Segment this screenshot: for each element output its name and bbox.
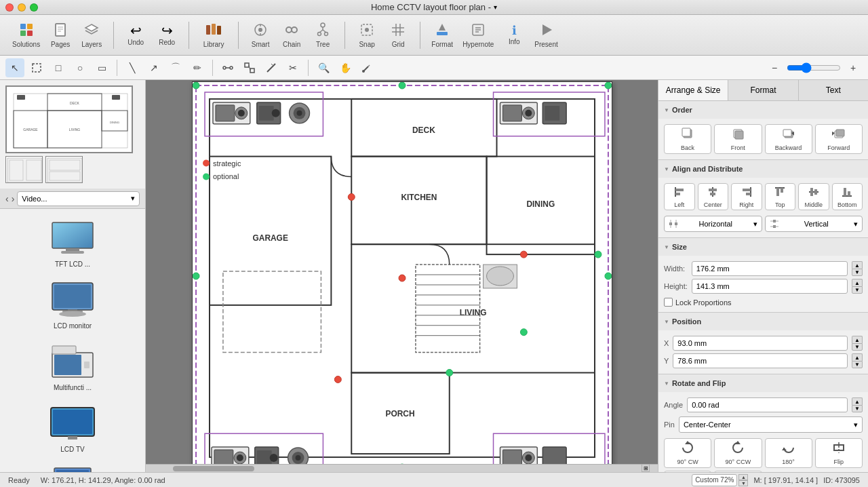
y-input[interactable] <box>673 353 848 368</box>
nav-prev[interactable]: ‹ <box>5 193 9 204</box>
height-down[interactable]: ▼ <box>852 286 863 294</box>
magic-tool[interactable] <box>262 58 281 77</box>
align-middle-button[interactable]: Middle <box>798 183 829 210</box>
rotate-90ccw-button[interactable]: 90° CCW <box>714 438 762 468</box>
zoom-step-down[interactable]: ▼ <box>738 480 748 486</box>
close-button[interactable] <box>5 3 14 12</box>
align-header[interactable]: ▼ Align and Distribute <box>658 160 868 178</box>
flip-button[interactable]: Flip <box>815 438 863 468</box>
align-left-button[interactable]: Left <box>664 183 695 210</box>
align-bottom-button[interactable]: Bottom <box>832 183 863 210</box>
floor-plan-container[interactable]: DECK GARAGE KITCHEN DINING LIVING <box>192 81 612 471</box>
x-input[interactable] <box>673 336 848 351</box>
backward-button[interactable]: Backward <box>765 124 812 154</box>
front-button[interactable]: Front <box>714 124 762 154</box>
rect-tool[interactable]: □ <box>49 58 68 77</box>
x-up[interactable]: ▲ <box>852 336 863 343</box>
zoom-control[interactable]: Custom 72% ▲ ▼ <box>692 474 748 486</box>
lock-proportions-checkbox[interactable] <box>664 298 673 307</box>
width-down[interactable]: ▼ <box>852 269 863 276</box>
undo-button[interactable]: ↩ Undo <box>121 21 151 49</box>
canvas-fit-button[interactable]: ⊞ <box>642 464 650 472</box>
width-input[interactable] <box>692 261 848 276</box>
layers-button[interactable]: Layers <box>77 20 106 51</box>
position-header[interactable]: ▼ Position <box>658 313 868 330</box>
minimize-button[interactable] <box>18 3 26 12</box>
library-button[interactable]: Library <box>193 20 234 51</box>
hypernote-button[interactable]: Hypernote <box>458 20 498 51</box>
pen-tool[interactable]: ✏ <box>188 58 207 77</box>
pin-dropdown[interactable]: Center-Center ▾ <box>679 416 863 433</box>
zoom-slider[interactable] <box>787 62 841 73</box>
rotate-header[interactable]: ▼ Rotate and Flip <box>658 374 868 392</box>
angle-down[interactable]: ▼ <box>852 405 863 412</box>
solutions-button[interactable]: Solutions <box>8 20 44 51</box>
height-input[interactable] <box>692 279 848 294</box>
order-header[interactable]: ▼ Order <box>658 101 868 119</box>
align-top-button[interactable]: Top <box>765 183 796 210</box>
redo-button[interactable]: ↪ Redo <box>152 21 182 49</box>
arrow-tool[interactable]: ↗ <box>144 58 163 77</box>
tab-text[interactable]: Text <box>799 80 868 100</box>
nav-next[interactable]: › <box>12 193 15 204</box>
rotate-90cw-button[interactable]: 90° CW <box>664 438 711 468</box>
maximize-button[interactable] <box>30 3 38 12</box>
canvas-area[interactable]: DECK GARAGE KITCHEN DINING LIVING <box>146 80 658 472</box>
align-right-button[interactable]: Right <box>731 183 762 210</box>
lock-proportions-label[interactable]: Lock Proportions <box>664 298 863 307</box>
grid-button[interactable]: Grid <box>383 20 413 51</box>
size-header[interactable]: ▼ Size <box>658 238 868 256</box>
angle-up[interactable]: ▲ <box>852 397 863 405</box>
zoom-step-up[interactable]: ▲ <box>738 474 748 480</box>
lib-item-lcdtv[interactable]: LCD TV <box>5 400 140 456</box>
lib-item-multi[interactable]: Multifuncti ... <box>5 338 140 394</box>
tab-format[interactable]: Format <box>728 80 798 100</box>
back-button[interactable]: Back <box>664 124 711 154</box>
curve-tool[interactable]: ⌒ <box>166 58 185 77</box>
align-center-button[interactable]: Center <box>698 183 729 210</box>
connect-tool[interactable] <box>218 58 237 77</box>
floor-plan-svg[interactable]: DECK GARAGE KITCHEN DINING LIVING <box>192 81 612 471</box>
lib-item-tft[interactable]: TFT LCD ... <box>5 214 140 271</box>
tree-button[interactable]: Tree <box>308 20 338 51</box>
zoom-value[interactable]: Custom 72% <box>692 474 737 486</box>
info-button[interactable]: ℹ Info <box>499 22 529 48</box>
scrollbar-thumb[interactable] <box>173 466 254 471</box>
x-down[interactable]: ▼ <box>852 343 863 351</box>
vertical-select[interactable]: Vertical ▾ <box>765 216 863 232</box>
snap-button[interactable]: Snap <box>352 20 382 51</box>
rotate-180-button[interactable]: 180° <box>765 438 812 468</box>
select-tool[interactable]: ↖ <box>5 58 24 77</box>
page-thumb-2[interactable] <box>5 156 43 183</box>
window-controls[interactable] <box>5 3 38 12</box>
width-up[interactable]: ▲ <box>852 261 863 269</box>
present-button[interactable]: Present <box>530 20 561 51</box>
height-up[interactable]: ▲ <box>852 279 863 286</box>
title-dropdown-arrow[interactable]: ▾ <box>494 3 497 11</box>
zoom-out-button[interactable]: − <box>765 58 784 77</box>
zoom-in-button[interactable]: + <box>844 58 863 77</box>
flex-tool[interactable] <box>240 58 259 77</box>
area-select-tool[interactable] <box>27 58 46 77</box>
angle-input[interactable] <box>687 397 848 412</box>
y-up[interactable]: ▲ <box>852 353 863 361</box>
library-dropdown[interactable]: Video... ▾ <box>17 191 140 206</box>
ellipse-tool[interactable]: ○ <box>71 58 90 77</box>
horizontal-select[interactable]: Horizontal ▾ <box>664 216 762 232</box>
tab-arrange-size[interactable]: Arrange & Size <box>658 80 728 100</box>
chain-button[interactable]: Chain <box>277 20 307 51</box>
hand-tool[interactable]: ✋ <box>336 58 355 77</box>
pages-button[interactable]: Pages <box>45 20 75 51</box>
horizontal-scrollbar[interactable]: ⊞ <box>146 464 658 472</box>
format-button[interactable]: Format <box>427 20 457 51</box>
dropper-tool[interactable] <box>357 58 376 77</box>
forward-button[interactable]: Forward <box>815 124 863 154</box>
lib-item-lcd[interactable]: LCD monitor <box>5 276 140 332</box>
diagonal-tool[interactable]: ╲ <box>123 58 142 77</box>
y-down[interactable]: ▼ <box>852 361 863 368</box>
search-tool[interactable]: 🔍 <box>314 58 333 77</box>
scissors-tool[interactable]: ✂ <box>283 58 302 77</box>
lib-item-liquid[interactable]: Liquid crys ... <box>5 461 140 472</box>
page-thumb-3[interactable] <box>45 156 83 183</box>
page-thumbnail[interactable]: DECK GARAGE LIVING DINING <box>5 85 133 153</box>
